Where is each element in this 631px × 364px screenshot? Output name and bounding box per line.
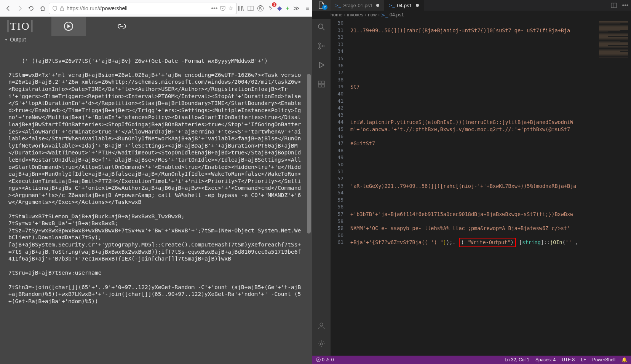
link-button[interactable] [105,17,139,36]
debug-icon[interactable] [317,61,326,71]
powershell-icon: ≻_ [335,3,341,8]
url-text: https://tio.run/#powershell [67,5,128,11]
ext-link-icon[interactable] [267,5,273,12]
svg-rect-12 [322,81,324,84]
svg-rect-0 [61,8,64,11]
back-button[interactable] [3,3,14,14]
pocket-icon[interactable] [220,5,226,11]
star-icon[interactable]: ☆ [228,5,233,12]
run-button[interactable] [51,17,86,36]
svg-point-16 [320,343,323,345]
status-bar: ⓧ 0 ⚠ 0 Ln 32, Col 1 Spaces: 4 UTF-8 LF … [312,356,631,364]
modified-dot [376,4,379,7]
powershell-icon: ≻_ [389,3,395,8]
svg-rect-13 [318,84,321,87]
tab-bar: 2 ≻_ Stage-01.ps1 ≻_ 04.ps1 ••• [312,0,631,11]
tab-label: Stage-01.ps1 [343,3,372,8]
explorer-icon[interactable]: 2 [312,0,331,11]
minimap[interactable] [597,19,631,356]
search-icon[interactable] [317,23,326,33]
url-bar[interactable]: https://tio.run/#powershell ••• ☆ [49,3,237,14]
account-icon[interactable] [317,321,326,331]
status-cursor[interactable]: Ln 32, Col 1 [505,357,529,362]
modified-dot [416,4,419,7]
code-content: 21..79+09..56(][)[rahc[(Bja+Bjanioj-=ntS… [350,19,597,356]
reload-button[interactable] [26,3,37,14]
library-icon[interactable] [238,5,244,11]
extensions-icon[interactable] [317,80,326,90]
svg-point-10 [323,45,324,47]
bell-icon[interactable]: 🔔 [621,357,627,362]
home-button[interactable] [37,3,48,14]
svg-line-7 [323,28,324,30]
ext-circle-icon[interactable]: K [257,5,264,11]
breadcrumb[interactable]: home› invoxes› now› ≻_ 04.ps1 [312,11,631,19]
output-header[interactable]: Output [0,36,312,43]
svg-point-15 [320,323,323,326]
split-editor-icon[interactable] [608,0,620,11]
status-eol[interactable]: LF [581,357,586,362]
svg-rect-14 [322,84,324,87]
activity-bar [312,19,331,356]
vscode-pane: 2 ≻_ Stage-01.ps1 ≻_ 04.ps1 ••• home› in… [312,0,631,364]
svg-rect-1 [248,6,253,11]
tab-label: 04.ps1 [397,3,412,8]
line-gutter: 3031323334353637383940414243444546474849… [331,19,350,356]
tab-04[interactable]: ≻_ 04.ps1 [384,0,423,11]
editor[interactable]: 3031323334353637383940414243444546474849… [331,19,631,356]
forward-button[interactable] [14,3,25,14]
svg-point-8 [319,43,321,45]
svg-point-9 [319,48,321,49]
tio-logo: TIO [8,20,32,32]
gear-icon[interactable] [317,340,326,350]
ext-plus-icon[interactable]: + [286,5,289,12]
browser-pane: https://tio.run/#powershell ••• ☆ K ◆ + … [0,0,312,364]
tab-stage01[interactable]: ≻_ Stage-01.ps1 [331,0,384,11]
ext-cube-icon[interactable]: ◆ [277,5,282,12]
ellipsis-icon[interactable]: ••• [211,5,218,12]
scrollbar[interactable] [307,74,311,234]
menu-icon[interactable]: ≡ [306,5,309,12]
svg-point-6 [318,24,323,29]
powershell-icon: ≻_ [381,12,388,18]
status-spaces[interactable]: Spaces: 4 [535,357,556,362]
more-icon[interactable]: ••• [620,0,631,11]
sidebar-icon[interactable] [248,5,254,11]
browser-toolbar: https://tio.run/#powershell ••• ☆ K ◆ + … [0,0,312,17]
output-text: (' ((ajB7tSv=Z6w?7tS{'+'ajB+ajBv}_Z6w+(G… [0,43,312,364]
overflow-icon[interactable]: ≫ [293,5,300,12]
lock-icon [60,6,64,11]
status-errors[interactable]: ⓧ 0 ⚠ 0 [316,357,334,363]
extensions-area: K ◆ + ≫ ≡ [238,5,309,12]
svg-rect-11 [318,81,321,84]
shield-icon [52,6,58,11]
status-encoding[interactable]: UTF-8 [562,357,575,362]
status-lang[interactable]: PowerShell [592,357,615,362]
tio-header: TIO [0,17,312,36]
source-control-icon[interactable] [317,42,326,52]
